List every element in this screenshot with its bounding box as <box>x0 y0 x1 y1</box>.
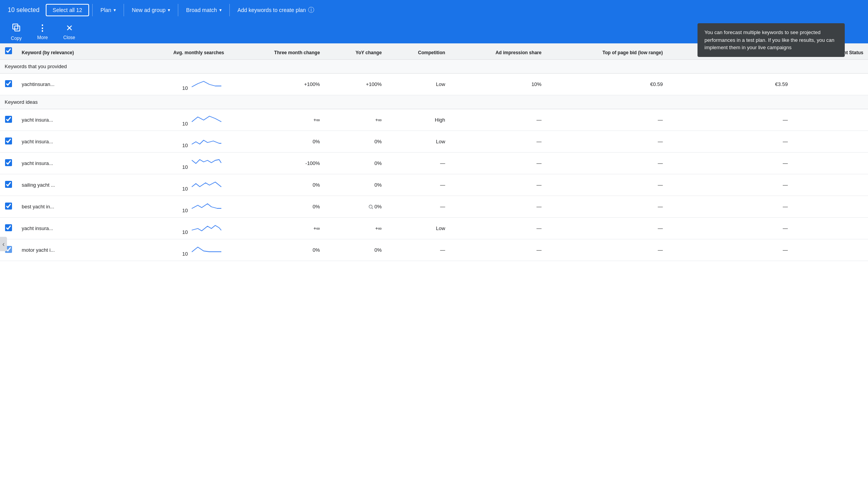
competition-cell: Low <box>386 131 450 153</box>
row-check-cell[interactable] <box>0 109 17 131</box>
top-bid-low-cell: €0.59 <box>546 74 667 95</box>
keyword-cell: best yacht in... <box>17 196 124 218</box>
more-label: More <box>37 35 48 40</box>
row-checkbox[interactable] <box>5 116 12 123</box>
row-check-cell[interactable] <box>0 131 17 153</box>
ad-impression-cell: — <box>450 131 546 153</box>
plan-button[interactable]: Plan ▾ <box>96 5 121 15</box>
top-bid-high-cell: — <box>668 239 792 261</box>
row-checkbox[interactable] <box>5 137 12 144</box>
avg-cell: 10 <box>124 131 229 153</box>
copy-icon <box>12 23 21 34</box>
competition-cell: — <box>386 196 450 218</box>
top-bid-low-cell: — <box>546 109 667 131</box>
plan-label: Plan <box>100 7 111 13</box>
row-checkbox[interactable] <box>5 224 12 231</box>
divider-3 <box>178 4 178 16</box>
more-button[interactable]: ⋮ More <box>31 21 54 43</box>
yoy-cell: 0% <box>325 239 387 261</box>
keywords-table-container: Keyword (by relevance) Avg. monthly sear… <box>0 43 868 261</box>
divider-4 <box>229 4 230 16</box>
plan-arrow: ▾ <box>114 7 116 13</box>
section-header-1: Keyword ideas <box>0 95 868 109</box>
divider-1 <box>92 4 93 16</box>
chart-sparkline <box>189 178 224 191</box>
new-ad-group-button[interactable]: New ad group ▾ <box>127 5 175 15</box>
more-icon: ⋮ <box>38 23 47 33</box>
row-check-cell[interactable] <box>0 74 17 95</box>
info-icon: ⓘ <box>308 6 314 14</box>
yoy-cell: 0% <box>325 153 387 174</box>
close-label: Close <box>63 35 75 40</box>
row-check-cell[interactable] <box>0 153 17 174</box>
three-month-cell: 0% <box>229 131 324 153</box>
section-title: Keywords that you provided <box>0 60 868 74</box>
svg-line-3 <box>372 208 373 209</box>
ad-impression-cell: — <box>450 196 546 218</box>
avg-cell: 10 <box>124 109 229 131</box>
keyword-cell: yacht insura... <box>17 218 124 239</box>
keyword-cell: yacht insura... <box>17 153 124 174</box>
svg-point-2 <box>369 205 372 208</box>
competition-cell: Low <box>386 74 450 95</box>
select-all-checkbox[interactable] <box>5 47 12 54</box>
competition-cell: — <box>386 174 450 196</box>
yoy-cell: 0% <box>325 196 387 218</box>
keywords-table: Keyword (by relevance) Avg. monthly sear… <box>0 43 868 261</box>
yoy-cell: 0% <box>325 131 387 153</box>
yoy-cell: +100% <box>325 74 387 95</box>
competition-cell: — <box>386 153 450 174</box>
copy-button[interactable]: Copy <box>5 21 28 43</box>
chart-sparkline <box>189 156 224 169</box>
three-month-cell: 0% <box>229 174 324 196</box>
broad-match-arrow: ▾ <box>219 7 222 13</box>
account-status-cell <box>792 239 868 261</box>
table-row: motor yacht i... 10 0% 0% — — — — <box>0 239 868 261</box>
header-yoy: YoY change <box>325 43 387 60</box>
avg-cell: 10 <box>124 174 229 196</box>
keyword-cell: motor yacht i... <box>17 239 124 261</box>
top-bid-high-cell: — <box>668 153 792 174</box>
header-competition: Competition <box>386 43 450 60</box>
row-checkbox[interactable] <box>5 159 12 166</box>
section-title: Keyword ideas <box>0 95 868 109</box>
chart-sparkline <box>189 243 224 256</box>
close-icon: ✕ <box>66 23 73 33</box>
keyword-cell: yachtinsuran... <box>17 74 124 95</box>
section-header-0: Keywords that you provided <box>0 60 868 74</box>
row-checkbox[interactable] <box>5 181 12 188</box>
row-check-cell[interactable] <box>0 218 17 239</box>
header-top-bid-low: Top of page bid (low range) <box>546 43 667 60</box>
ad-impression-cell: 10% <box>450 74 546 95</box>
top-toolbar: 10 selected Select all 12 Plan ▾ New ad … <box>0 0 868 20</box>
close-button[interactable]: ✕ Close <box>57 21 81 43</box>
svg-rect-0 <box>15 26 20 31</box>
header-keyword: Keyword (by relevance) <box>17 43 124 60</box>
row-check-cell[interactable] <box>0 174 17 196</box>
header-avg-searches: Avg. monthly searches <box>124 43 229 60</box>
selected-count: 10 selected <box>5 7 46 14</box>
broad-match-button[interactable]: Broad match ▾ <box>181 5 226 15</box>
three-month-cell: 0% <box>229 239 324 261</box>
scroll-left-indicator[interactable]: ‹ <box>0 237 7 251</box>
chart-sparkline <box>189 222 224 234</box>
keyword-cell: yacht insura... <box>17 131 124 153</box>
svg-rect-1 <box>13 24 18 29</box>
top-bid-low-cell: — <box>546 131 667 153</box>
table-row: sailing yacht ... 10 0% 0% — — — — <box>0 174 868 196</box>
row-checkbox[interactable] <box>5 80 12 87</box>
select-all-button[interactable]: Select all 12 <box>46 4 89 16</box>
add-keywords-button[interactable]: Add keywords to create plan ⓘ <box>233 4 319 17</box>
chart-sparkline <box>189 77 224 90</box>
row-checkbox[interactable] <box>5 203 12 210</box>
top-bid-high-cell: €3.59 <box>668 74 792 95</box>
add-keywords-label: Add keywords to create plan <box>238 7 306 13</box>
top-bid-low-cell: — <box>546 174 667 196</box>
three-month-cell: +∞ <box>229 218 324 239</box>
ad-impression-cell: — <box>450 174 546 196</box>
row-check-cell[interactable] <box>0 196 17 218</box>
top-bid-low-cell: — <box>546 196 667 218</box>
account-status-cell <box>792 74 868 95</box>
chart-sparkline <box>189 135 224 147</box>
account-status-cell <box>792 153 868 174</box>
